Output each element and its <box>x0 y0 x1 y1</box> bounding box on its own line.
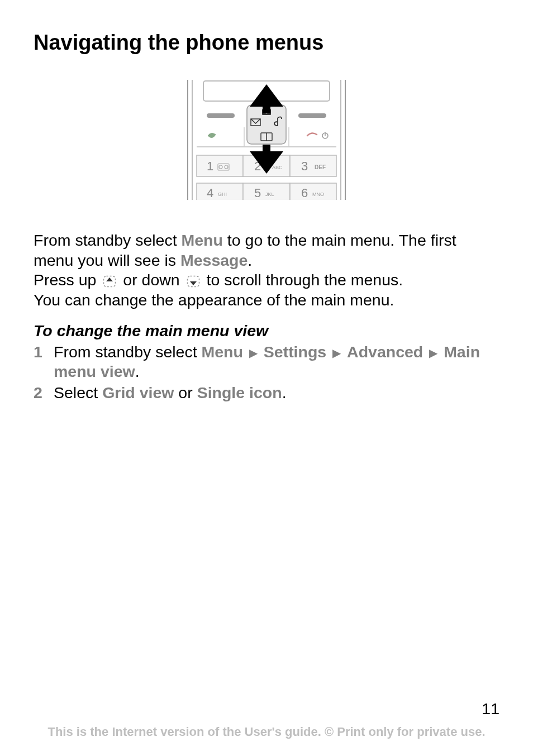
message-term: Message <box>180 251 248 269</box>
subtitle: To change the main menu view <box>34 322 499 340</box>
footer-disclaimer: This is the Internet version of the User… <box>0 725 533 739</box>
svg-rect-43 <box>263 145 270 154</box>
svg-rect-6 <box>207 113 235 118</box>
svg-marker-45 <box>106 277 113 281</box>
arrow-icon: ▶ <box>429 346 437 360</box>
svg-text:JKL: JKL <box>265 192 274 197</box>
page-title: Navigating the phone menus <box>34 31 499 55</box>
svg-text:5: 5 <box>254 186 261 200</box>
intro-paragraph: From standby select Menu to go to the ma… <box>34 231 499 310</box>
svg-rect-41 <box>263 104 270 113</box>
steps-list: From standby select Menu ▶ Settings ▶ Ad… <box>34 342 499 403</box>
svg-text:3: 3 <box>301 159 308 173</box>
page-number: 11 <box>482 700 499 718</box>
svg-rect-39 <box>185 200 348 208</box>
svg-text:DEF: DEF <box>315 164 326 170</box>
svg-text:4: 4 <box>207 186 213 200</box>
nav-up-icon <box>102 274 117 289</box>
svg-text:MNO: MNO <box>312 192 324 197</box>
svg-text:GHI: GHI <box>218 192 227 197</box>
step-1: From standby select Menu ▶ Settings ▶ Ad… <box>34 342 499 382</box>
step-2: Select Grid view or Single icon. <box>34 383 499 403</box>
menu-term: Menu <box>182 231 223 249</box>
phone-diagram: 1 2 ABC 3 DEF 4 GHI 5 JKL 6 MNO <box>185 80 348 208</box>
svg-rect-21 <box>290 155 336 176</box>
arrow-icon: ▶ <box>332 346 341 360</box>
arrow-icon: ▶ <box>249 346 258 360</box>
svg-marker-47 <box>190 281 197 285</box>
svg-text:ABC: ABC <box>272 165 283 170</box>
nav-down-icon <box>185 274 201 289</box>
svg-rect-7 <box>298 113 326 118</box>
svg-text:6: 6 <box>301 186 308 200</box>
svg-text:1: 1 <box>207 159 213 173</box>
